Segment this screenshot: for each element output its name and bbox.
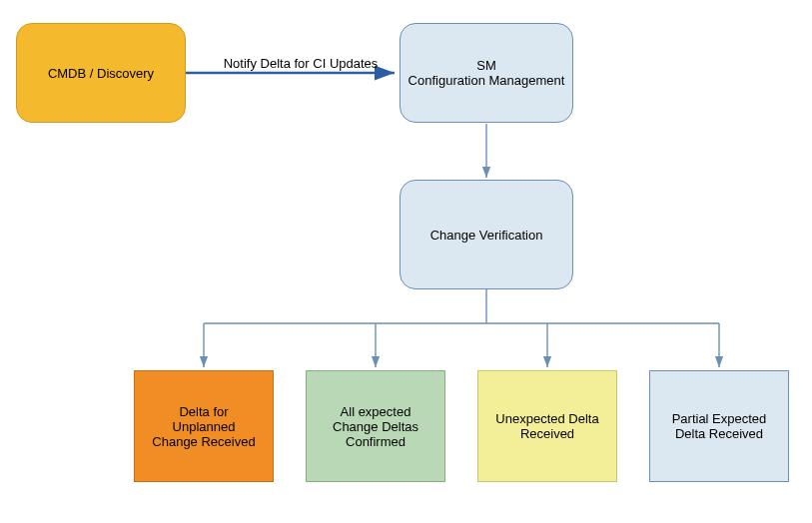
outcome-confirmed-l2: Change Deltas (333, 419, 418, 434)
outcome-unexpected-l2: Received (495, 426, 598, 441)
outcome-unplanned-l3: Change Received (152, 434, 255, 449)
node-outcome-partial-label: Partial Expected Delta Received (672, 411, 767, 441)
edge-label-text: Notify Delta for CI Updates (224, 56, 379, 71)
outcome-unplanned-l2: Unplanned (152, 419, 255, 434)
node-outcome-unexpected-label: Unexpected Delta Received (495, 411, 598, 441)
edge-label-cmdb-to-sm: Notify Delta for CI Updates (206, 53, 396, 73)
node-outcome-unexpected: Unexpected Delta Received (477, 370, 617, 482)
node-outcome-confirmed-label: All expected Change Deltas Confirmed (333, 404, 418, 449)
node-outcome-unplanned-label: Delta for Unplanned Change Received (152, 404, 255, 449)
node-sm-label-line1: SM (408, 58, 565, 73)
outcome-partial-l1: Partial Expected (672, 411, 767, 426)
outcome-confirmed-l1: All expected (333, 404, 418, 419)
node-outcome-confirmed: All expected Change Deltas Confirmed (306, 370, 445, 482)
outcome-confirmed-l3: Confirmed (333, 434, 418, 449)
outcome-partial-l2: Delta Received (672, 426, 767, 441)
outcome-unplanned-l1: Delta for (152, 404, 255, 419)
node-outcome-partial: Partial Expected Delta Received (649, 370, 789, 482)
node-sm-label-line2: Configuration Management (408, 73, 565, 88)
node-cmdb-label: CMDB / Discovery (48, 66, 154, 81)
node-change-verification: Change Verification (400, 180, 573, 289)
node-cmdb-discovery: CMDB / Discovery (16, 23, 186, 123)
node-sm-config-mgmt: SM Configuration Management (400, 23, 573, 123)
outcome-unexpected-l1: Unexpected Delta (495, 411, 598, 426)
node-change-verification-label: Change Verification (430, 228, 543, 243)
node-sm-label: SM Configuration Management (408, 58, 565, 88)
node-outcome-unplanned: Delta for Unplanned Change Received (134, 370, 274, 482)
